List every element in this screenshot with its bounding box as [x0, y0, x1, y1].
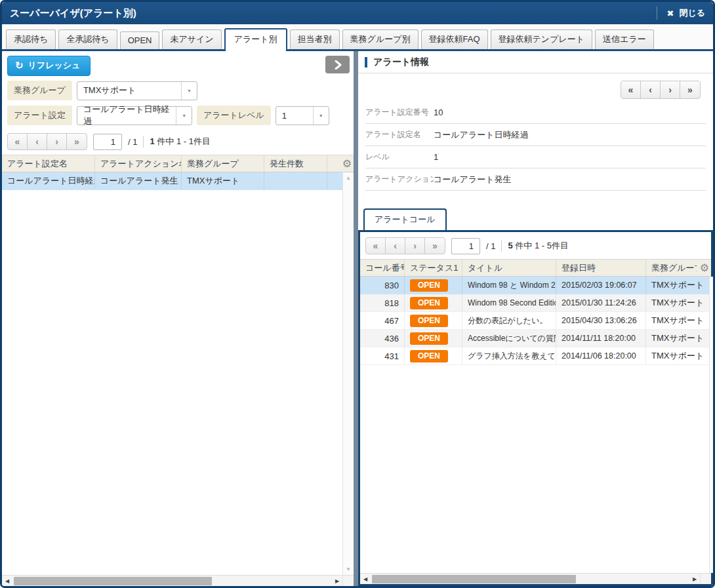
left-hscroll-thumb[interactable]	[14, 577, 212, 585]
left-page-total: / 1	[128, 137, 137, 147]
call-pager: « ‹ › » / 1 5 件中 1 - 5件目	[360, 232, 711, 259]
last-page-button[interactable]: »	[425, 238, 445, 254]
table-row[interactable]: 436 OPEN Accessibleについての質問 2014/11/11 18…	[360, 330, 709, 347]
next-page-button[interactable]: ›	[47, 134, 67, 149]
tab-by-person[interactable]: 担当者別	[290, 29, 340, 49]
left-toolbar: ↻ リフレッシュ	[2, 51, 354, 78]
table-row[interactable]: 467 OPEN 分数の表記がしたい。 2015/04/30 13:06:26 …	[360, 312, 709, 330]
col-alert-setting-name[interactable]: アラート設定名	[2, 155, 95, 172]
col-alert-action-name[interactable]: アラートアクション名	[95, 155, 182, 172]
tab-registration-request-faq[interactable]: 登録依頼FAQ	[421, 29, 488, 49]
tab-alert-call[interactable]: アラートコール	[363, 208, 447, 230]
scroll-left-icon[interactable]: ◀	[2, 578, 12, 584]
scroll-left-icon[interactable]: ◀	[360, 576, 371, 582]
scroll-up-icon[interactable]: ▲	[712, 279, 715, 285]
col-business-group[interactable]: 業務グループ	[182, 155, 264, 172]
cell-title: Windom 98 Second Edition	[462, 294, 556, 311]
cell-call-number: 431	[360, 347, 405, 364]
alert-record-pager: « ‹ › »	[358, 73, 713, 100]
col-call-number[interactable]: コール番号	[360, 260, 405, 276]
left-hscroll-track[interactable]	[12, 577, 332, 585]
left-table-header: アラート設定名 アラートアクション名 業務グループ 発生件数 ⚙	[2, 155, 354, 172]
left-page-input[interactable]	[93, 134, 122, 150]
first-page-button[interactable]: «	[8, 134, 28, 149]
scroll-up-icon[interactable]: ▲	[346, 175, 351, 181]
next-record-button[interactable]: ›	[661, 81, 680, 98]
alert-level-value: 1	[282, 111, 287, 121]
cell-business-group: TMXサポート	[182, 172, 264, 189]
last-page-button[interactable]: »	[67, 134, 87, 149]
business-group-select[interactable]: TMXサポート ▼	[77, 81, 197, 100]
prev-page-button[interactable]: ‹	[386, 238, 405, 254]
last-record-button[interactable]: »	[680, 81, 700, 98]
call-hscroll-track[interactable]	[371, 575, 689, 583]
call-column-settings: ⚙	[697, 260, 711, 276]
status-badge: OPEN	[410, 350, 448, 363]
table-row[interactable]: 818 OPEN Windom 98 Second Edition 2015/0…	[360, 294, 709, 312]
left-vertical-scrollbar[interactable]: ▲ ▼	[342, 172, 354, 575]
refresh-icon: ↻	[15, 62, 24, 69]
call-page-input[interactable]	[451, 238, 480, 254]
status-badge: OPEN	[410, 279, 448, 292]
alert-info-title: アラート情報	[373, 56, 429, 68]
col-occurrence-count[interactable]: 発生件数	[264, 155, 327, 172]
tab-send-error[interactable]: 送信エラー	[595, 29, 654, 49]
scroll-right-icon[interactable]: ▶	[689, 576, 700, 582]
col-title[interactable]: タイトル	[462, 260, 556, 276]
status-badge: OPEN	[410, 315, 448, 327]
table-row[interactable]: コールアラート日時経過 コールアラート発生 TMXサポート	[2, 172, 342, 190]
tab-by-business-group[interactable]: 業務グループ別	[342, 29, 419, 49]
scroll-right-icon[interactable]: ▶	[332, 578, 342, 584]
field-value: 1	[434, 152, 438, 162]
title-bar: スーパーバイザ(アラート別) ✖ 閉じる	[2, 2, 713, 24]
business-group-label: 業務グループ	[7, 81, 72, 100]
left-record-count: 1 件中 1 - 1件目	[150, 136, 210, 147]
tab-open[interactable]: OPEN	[120, 31, 160, 49]
cell-date: 2015/02/03 19:06:07	[556, 277, 646, 294]
pane-splitter[interactable]	[354, 51, 358, 586]
table-row[interactable]: 431 OPEN グラフ挿入方法を教えてく 2014/11/06 18:20:0…	[360, 347, 709, 365]
call-horizontal-scrollbar[interactable]: ◀ ▶	[360, 573, 711, 584]
tab-by-alert[interactable]: アラート別	[224, 28, 287, 51]
gear-icon[interactable]: ⚙	[342, 159, 352, 169]
call-hscroll-thumb[interactable]	[372, 575, 576, 583]
next-page-button[interactable]: ›	[405, 238, 425, 254]
collapse-pane-button[interactable]	[325, 56, 350, 73]
first-record-button[interactable]: «	[621, 81, 641, 98]
cell-status: OPEN	[405, 347, 462, 364]
cell-status: OPEN	[405, 277, 462, 294]
alert-detail-fields: アラート設定番号 10 アラート設定名 コールアラート日時経過 レベル 1 アラ…	[358, 100, 713, 191]
cell-date: 2014/11/06 18:20:00	[556, 347, 646, 364]
field-alert-setting-name: アラート設定名 コールアラート日時経過	[365, 124, 706, 146]
call-vertical-scrollbar[interactable]: ▲	[709, 277, 715, 573]
col-registered-date[interactable]: 登録日時	[556, 260, 646, 276]
col-business-group-name[interactable]: 業務グループ名	[646, 260, 697, 276]
call-pager-buttons: « ‹ › »	[365, 237, 445, 254]
prev-page-button[interactable]: ‹	[28, 134, 47, 149]
first-page-button[interactable]: «	[366, 238, 386, 254]
prev-record-button[interactable]: ‹	[641, 81, 661, 98]
alert-pager-buttons: « ‹ › »	[621, 81, 701, 99]
business-group-value: TMXサポート	[83, 85, 136, 96]
cell-alert-setting: コールアラート日時経過	[2, 172, 95, 189]
refresh-button[interactable]: ↻ リフレッシュ	[7, 56, 91, 76]
table-row[interactable]: 830 OPEN Windom 98 と Windom 2 2015/02/03…	[360, 277, 709, 294]
tab-approval-waiting[interactable]: 承認待ち	[6, 29, 56, 49]
tab-all-approval-waiting[interactable]: 全承認待ち	[58, 29, 117, 49]
tab-unassigned[interactable]: 未アサイン	[162, 29, 221, 49]
cell-status: OPEN	[405, 330, 462, 347]
left-horizontal-scrollbar[interactable]: ◀ ▶	[2, 575, 354, 586]
alert-level-select[interactable]: 1 ▼	[276, 106, 329, 125]
field-label: アラート設定番号	[365, 107, 434, 118]
alert-info-header: アラート情報	[358, 51, 713, 73]
col-status[interactable]: ステータス1	[405, 260, 462, 276]
scroll-down-icon[interactable]: ▼	[346, 566, 351, 572]
alert-info-pane: アラート情報 « ‹ › » アラート設定番号 10 アラート設定名 コールアラ…	[358, 51, 713, 586]
field-level: レベル 1	[365, 146, 706, 168]
close-button[interactable]: ✖ 閉じる	[657, 7, 705, 20]
tab-registration-request-template[interactable]: 登録依頼テンプレート	[491, 29, 593, 49]
call-table-header: コール番号 ステータス1 タイトル 登録日時 業務グループ名 ⚙	[360, 259, 711, 277]
cell-occurrence-count	[264, 172, 327, 189]
alert-setting-select[interactable]: コールアラート日時経過 ▼	[77, 106, 192, 125]
gear-icon[interactable]: ⚙	[700, 263, 709, 273]
